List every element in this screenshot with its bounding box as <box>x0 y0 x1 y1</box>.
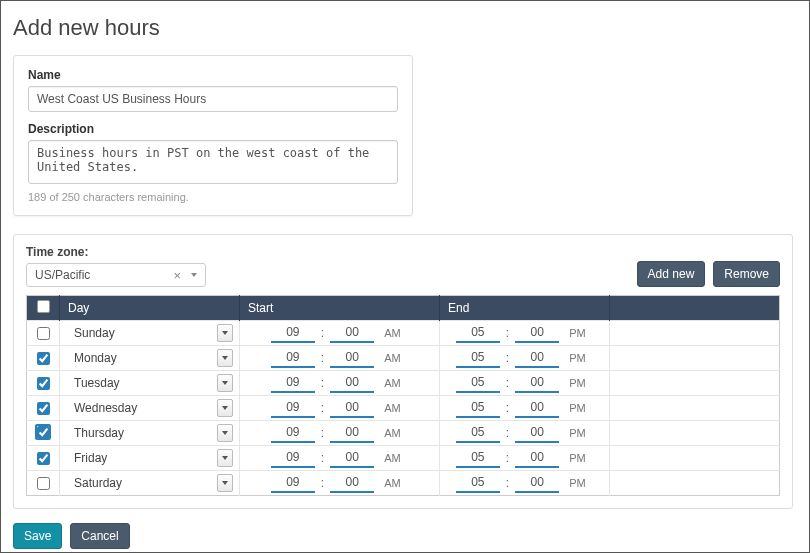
end-minute-input[interactable] <box>515 398 559 418</box>
start-hour-input[interactable] <box>271 348 315 368</box>
remove-button[interactable]: Remove <box>713 261 780 287</box>
day-dropdown-button[interactable] <box>217 424 233 442</box>
start-hour-input[interactable] <box>271 323 315 343</box>
description-label: Description <box>28 122 398 136</box>
spacer-cell <box>610 371 780 396</box>
hours-table: Day Start End Sunday:AM:PMMonday:AM:PMTu… <box>26 295 780 496</box>
end-hour-input[interactable] <box>456 373 500 393</box>
end-ampm[interactable]: PM <box>569 327 593 339</box>
chevron-down-icon <box>222 456 228 460</box>
end-minute-input[interactable] <box>515 473 559 493</box>
day-dropdown-button[interactable] <box>217 349 233 367</box>
end-ampm[interactable]: PM <box>569 377 593 389</box>
start-minute-input[interactable] <box>330 473 374 493</box>
end-minute-input[interactable] <box>515 423 559 443</box>
start-minute-input[interactable] <box>330 348 374 368</box>
row-checkbox[interactable] <box>37 402 50 415</box>
spacer-cell <box>610 421 780 446</box>
time-colon: : <box>506 476 509 490</box>
add-new-button[interactable]: Add new <box>637 261 706 287</box>
start-hour-input[interactable] <box>271 373 315 393</box>
start-ampm[interactable]: AM <box>384 402 408 414</box>
name-input[interactable] <box>28 86 398 112</box>
start-hour-input[interactable] <box>271 473 315 493</box>
end-hour-input[interactable] <box>456 423 500 443</box>
description-textarea[interactable]: Business hours in PST on the west coast … <box>28 140 398 184</box>
row-checkbox[interactable] <box>37 477 50 490</box>
end-minute-input[interactable] <box>515 373 559 393</box>
timezone-clear-icon[interactable]: × <box>167 268 187 283</box>
save-button[interactable]: Save <box>13 523 62 549</box>
time-colon: : <box>321 426 324 440</box>
start-hour-input[interactable] <box>271 423 315 443</box>
time-colon: : <box>506 351 509 365</box>
end-minute-input[interactable] <box>515 448 559 468</box>
start-ampm[interactable]: AM <box>384 427 408 439</box>
characters-remaining: 189 of 250 characters remaining. <box>28 191 398 203</box>
chevron-down-icon <box>191 273 197 277</box>
timezone-select[interactable]: US/Pacific × <box>26 263 206 287</box>
row-checkbox[interactable] <box>37 327 50 340</box>
start-minute-input[interactable] <box>330 423 374 443</box>
table-row: Sunday:AM:PM <box>27 321 780 346</box>
end-hour-input[interactable] <box>456 448 500 468</box>
page-title: Add new hours <box>13 15 793 41</box>
start-minute-input[interactable] <box>330 373 374 393</box>
chevron-down-icon <box>222 331 228 335</box>
end-ampm[interactable]: PM <box>569 477 593 489</box>
header-spacer <box>610 296 780 321</box>
time-colon: : <box>506 326 509 340</box>
row-checkbox[interactable] <box>37 452 50 465</box>
table-row: Wednesday:AM:PM <box>27 396 780 421</box>
day-dropdown-button[interactable] <box>217 474 233 492</box>
time-colon: : <box>506 451 509 465</box>
time-colon: : <box>506 401 509 415</box>
time-colon: : <box>506 426 509 440</box>
start-minute-input[interactable] <box>330 323 374 343</box>
row-checkbox[interactable] <box>37 352 50 365</box>
row-checkbox[interactable] <box>37 426 50 439</box>
table-row: Monday:AM:PM <box>27 346 780 371</box>
chevron-down-icon <box>222 381 228 385</box>
start-ampm[interactable]: AM <box>384 377 408 389</box>
select-all-checkbox[interactable] <box>37 300 50 313</box>
table-row: Saturday:AM:PM <box>27 471 780 496</box>
end-hour-input[interactable] <box>456 473 500 493</box>
time-colon: : <box>321 376 324 390</box>
end-ampm[interactable]: PM <box>569 452 593 464</box>
start-hour-input[interactable] <box>271 448 315 468</box>
end-hour-input[interactable] <box>456 348 500 368</box>
start-ampm[interactable]: AM <box>384 327 408 339</box>
time-colon: : <box>321 476 324 490</box>
start-ampm[interactable]: AM <box>384 352 408 364</box>
end-ampm[interactable]: PM <box>569 352 593 364</box>
chevron-down-icon <box>222 406 228 410</box>
start-minute-input[interactable] <box>330 398 374 418</box>
day-dropdown-button[interactable] <box>217 324 233 342</box>
row-checkbox[interactable] <box>37 377 50 390</box>
end-minute-input[interactable] <box>515 348 559 368</box>
time-colon: : <box>321 351 324 365</box>
day-dropdown-button[interactable] <box>217 374 233 392</box>
row-checkbox-highlight[interactable] <box>35 424 51 440</box>
end-hour-input[interactable] <box>456 398 500 418</box>
start-ampm[interactable]: AM <box>384 477 408 489</box>
table-row: Thursday:AM:PM <box>27 421 780 446</box>
header-start: Start <box>240 296 440 321</box>
end-ampm[interactable]: PM <box>569 427 593 439</box>
day-dropdown-button[interactable] <box>217 449 233 467</box>
start-minute-input[interactable] <box>330 448 374 468</box>
end-ampm[interactable]: PM <box>569 402 593 414</box>
end-minute-input[interactable] <box>515 323 559 343</box>
spacer-cell <box>610 471 780 496</box>
chevron-down-icon <box>222 356 228 360</box>
day-dropdown-button[interactable] <box>217 399 233 417</box>
time-colon: : <box>321 401 324 415</box>
start-hour-input[interactable] <box>271 398 315 418</box>
start-ampm[interactable]: AM <box>384 452 408 464</box>
end-hour-input[interactable] <box>456 323 500 343</box>
chevron-down-icon <box>222 431 228 435</box>
cancel-button[interactable]: Cancel <box>70 523 129 549</box>
chevron-down-icon <box>222 481 228 485</box>
header-day: Day <box>60 296 240 321</box>
